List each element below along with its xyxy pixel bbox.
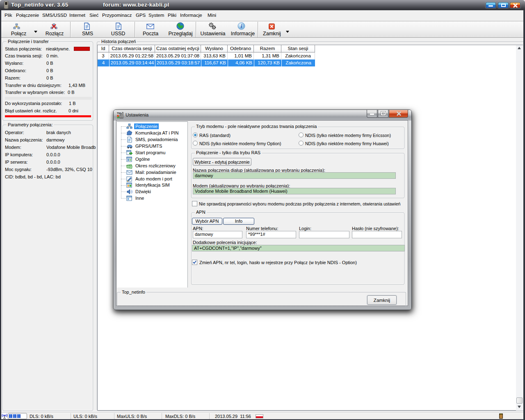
svg-text:i: i	[241, 23, 242, 29]
svg-text:TNI: TNI	[117, 112, 121, 114]
